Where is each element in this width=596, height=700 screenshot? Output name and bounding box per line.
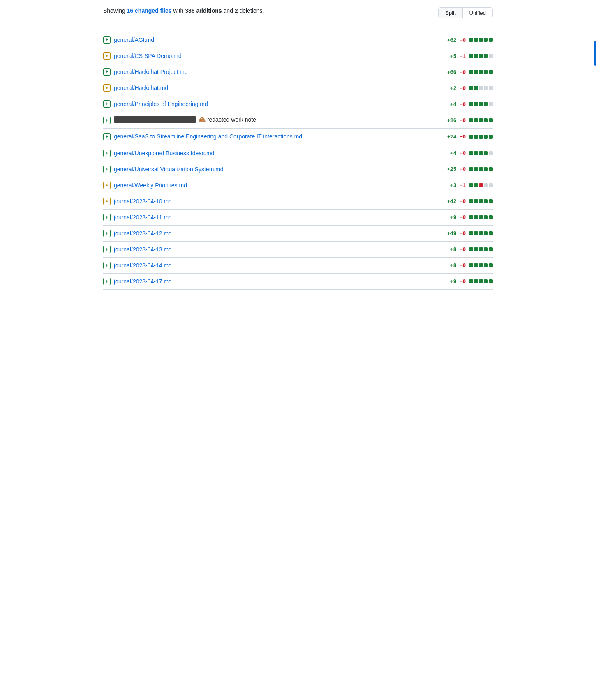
- file-link[interactable]: general/Weekly Priorities.md: [114, 182, 187, 189]
- split-button[interactable]: Split: [439, 8, 462, 18]
- diff-bar: [489, 38, 493, 42]
- file-item: +journal/2023-04-14.md+8−0: [103, 258, 493, 274]
- diff-bar: [489, 54, 493, 58]
- file-item: +general/SaaS to Streamline Engineering …: [103, 129, 493, 145]
- file-stats: +9−0: [450, 214, 493, 220]
- file-link[interactable]: journal/2023-04-10.md: [114, 198, 172, 205]
- file-link[interactable]: journal/2023-04-13.md: [114, 246, 172, 253]
- file-left: +general/Hackchat Project.md: [103, 68, 441, 76]
- file-left: +journal/2023-04-14.md: [103, 262, 444, 269]
- file-link[interactable]: general/Principles of Engineering.md: [114, 101, 208, 107]
- deletions-stat: −0: [460, 230, 466, 236]
- diff-bar: [469, 118, 473, 122]
- file-link[interactable]: journal/2023-04-11.md: [114, 214, 172, 221]
- diff-bars: [469, 151, 493, 155]
- diff-bar: [484, 167, 488, 171]
- file-left: +general/AGI.md: [103, 36, 441, 44]
- header: Showing 16 changed files with 386 additi…: [103, 7, 493, 25]
- file-link[interactable]: general/CS SPA Demo.md: [114, 53, 182, 59]
- summary-middle: with: [172, 7, 185, 14]
- diff-bar: [479, 199, 483, 203]
- file-link[interactable]: journal/2023-04-17.md: [114, 278, 172, 285]
- added-icon: +: [103, 246, 111, 253]
- additions-stat: +16: [447, 117, 456, 123]
- diff-bars: [469, 231, 493, 235]
- diff-bar: [474, 86, 478, 90]
- file-link[interactable]: journal/2023-04-12.md: [114, 230, 172, 237]
- modified-icon: •: [103, 182, 111, 189]
- file-left: +journal/2023-04-13.md: [103, 246, 444, 253]
- additions-stat: +4: [450, 150, 456, 156]
- deletions-stat: −0: [460, 166, 466, 172]
- diff-bar: [489, 151, 493, 155]
- unified-button[interactable]: Unified: [463, 8, 492, 18]
- diff-bar: [479, 263, 483, 267]
- file-item: +journal/2023-04-13.md+8−0: [103, 242, 493, 258]
- diff-bar: [469, 135, 473, 139]
- view-toggle: Split Unified: [438, 7, 493, 18]
- diff-bar: [489, 247, 493, 251]
- file-stats: +8−0: [450, 246, 493, 252]
- summary-and: and: [222, 7, 235, 14]
- file-left: +general/Universal Virtualization System…: [103, 166, 441, 173]
- added-icon: +: [103, 36, 111, 44]
- additions-stat: +2: [450, 85, 456, 91]
- file-link[interactable]: general/Unexplored Business Ideas.md: [114, 150, 214, 157]
- file-left: +journal/2023-04-12.md: [103, 230, 441, 237]
- diff-bar: [489, 183, 493, 187]
- diff-bar: [484, 86, 488, 90]
- diff-bar: [489, 215, 493, 219]
- diff-bar: [479, 70, 483, 74]
- diff-bar: [474, 215, 478, 219]
- file-stats: +62−0: [447, 37, 493, 43]
- diff-bar: [489, 279, 493, 283]
- diff-bar: [469, 102, 473, 106]
- diff-bar: [489, 86, 493, 90]
- file-link[interactable]: general/Hackchat Project.md: [114, 69, 188, 75]
- file-link[interactable]: general/SaaS to Streamline Engineering a…: [114, 133, 302, 141]
- additions-stat: +25: [447, 166, 456, 172]
- additions-stat: +3: [450, 182, 456, 188]
- diff-bar: [479, 215, 483, 219]
- additions-stat: +74: [447, 134, 456, 140]
- file-link[interactable]: 🙈 redacted work note: [114, 116, 256, 124]
- file-stats: +16−0: [447, 117, 493, 123]
- file-list: +general/AGI.md+62−0•general/CS SPA Demo…: [103, 32, 493, 290]
- diff-bar: [469, 263, 473, 267]
- file-stats: +4−0: [450, 150, 493, 156]
- diff-bars: [469, 102, 493, 106]
- deletions-stat: −1: [460, 182, 466, 188]
- diff-bar: [469, 151, 473, 155]
- additions-stat: +62: [447, 37, 456, 43]
- diff-bar: [479, 231, 483, 235]
- scrollbar[interactable]: [594, 41, 596, 66]
- file-left: +journal/2023-04-11.md: [103, 214, 444, 221]
- diff-bar: [489, 118, 493, 122]
- file-item: +general/Universal Virtualization System…: [103, 161, 493, 177]
- diff-bars: [469, 135, 493, 139]
- added-icon: +: [103, 117, 111, 124]
- deletions-stat: −0: [460, 198, 466, 204]
- file-stats: +25−0: [447, 166, 493, 172]
- diff-bar: [469, 54, 473, 58]
- diff-bars: [469, 263, 493, 267]
- file-item: +general/AGI.md+62−0: [103, 32, 493, 48]
- file-link[interactable]: journal/2023-04-14.md: [114, 262, 172, 269]
- file-link[interactable]: general/AGI.md: [114, 37, 154, 43]
- file-link[interactable]: general/Universal Virtualization System.…: [114, 166, 224, 173]
- file-link[interactable]: general/Hackchat.md: [114, 85, 168, 91]
- diff-bar: [474, 151, 478, 155]
- additions-stat: +9: [450, 278, 456, 284]
- diff-bar: [474, 167, 478, 171]
- file-stats: +42−0: [447, 198, 493, 204]
- diff-bar: [489, 102, 493, 106]
- file-item: •general/CS SPA Demo.md+5−1: [103, 48, 493, 64]
- diff-bar: [484, 279, 488, 283]
- file-item: •general/Weekly Priorities.md+3−1: [103, 177, 493, 193]
- diff-bar: [479, 54, 483, 58]
- changed-count[interactable]: 16 changed files: [127, 7, 172, 14]
- diff-bar: [469, 86, 473, 90]
- file-item: •journal/2023-04-10.md+42−0: [103, 193, 493, 210]
- deletions-stat: −0: [460, 278, 466, 284]
- diff-bar: [474, 247, 478, 251]
